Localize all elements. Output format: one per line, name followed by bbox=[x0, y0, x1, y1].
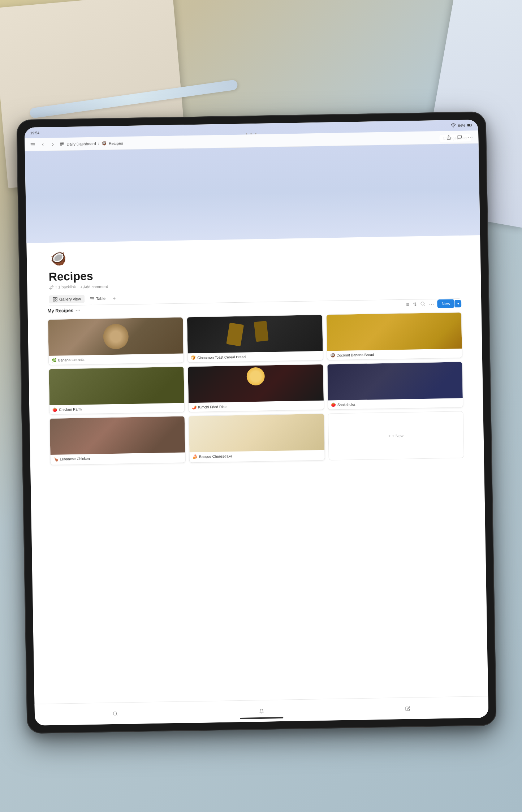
ipad-screen: • • • Change cover 19:54 64% bbox=[25, 120, 489, 726]
search-bottom-button[interactable] bbox=[109, 708, 121, 719]
recipe-label-lebanese-chicken: 🍗 Lebanese Chicken bbox=[50, 452, 185, 464]
add-view-button[interactable]: + bbox=[111, 295, 118, 302]
breadcrumb-separator: / bbox=[98, 141, 99, 146]
recipe-emoji-basque-cheesecake: 🍰 bbox=[193, 454, 198, 459]
tab-table[interactable]: Table bbox=[86, 294, 109, 303]
recipe-image-shakshuka bbox=[327, 362, 463, 401]
gallery-title-more[interactable]: ··· bbox=[76, 307, 81, 313]
recipe-card-kimchi-rice[interactable]: 🌶️ Kimchi Fried Rice bbox=[188, 364, 324, 413]
breadcrumb: Daily Dashboard / 🥥 Recipes bbox=[59, 141, 123, 147]
add-recipe-card[interactable]: + + New bbox=[328, 411, 464, 461]
tab-gallery[interactable]: Gallery view bbox=[49, 295, 85, 303]
svg-point-0 bbox=[453, 127, 454, 128]
notifications-button[interactable] bbox=[256, 705, 267, 717]
share-button[interactable] bbox=[445, 134, 452, 141]
add-recipe-icon: + bbox=[388, 434, 391, 438]
recipe-image-basque-cheesecake bbox=[189, 414, 324, 453]
breadcrumb-page-icon: 🥥 bbox=[102, 141, 107, 146]
svg-rect-10 bbox=[56, 297, 57, 299]
status-right: 64% bbox=[451, 122, 473, 128]
recipe-card-basque-cheesecake[interactable]: 🍰 Basque Cheesecake bbox=[189, 414, 325, 463]
recipe-image-banana-granola bbox=[48, 318, 184, 356]
status-left: 19:54 bbox=[30, 131, 39, 135]
recipe-emoji-lebanese-chicken: 🍗 bbox=[53, 457, 59, 462]
page-title-area: Recipes ↑ 1 backlink + Add comment bbox=[49, 263, 460, 290]
recipe-title-banana-granola: Banana Granola bbox=[58, 358, 85, 362]
recipe-title-kimchi-rice: Kimchi Fried Rice bbox=[198, 405, 227, 409]
recipe-title-shakshuka: Shakshuka bbox=[337, 402, 355, 407]
recipe-image-kimchi-rice bbox=[188, 364, 324, 403]
recipe-grid: 🌿 Banana Granola 🍞 Cinnamon Toast Cereal… bbox=[48, 312, 464, 465]
new-button-group: New ▾ bbox=[437, 299, 461, 308]
back-button[interactable] bbox=[39, 141, 46, 148]
battery-icon bbox=[467, 122, 473, 128]
backlink-button[interactable]: ↑ 1 backlink bbox=[49, 285, 76, 290]
recipe-title-lebanese-chicken: Lebanese Chicken bbox=[60, 457, 90, 461]
add-recipe-label: + New bbox=[392, 433, 404, 438]
svg-rect-2 bbox=[467, 124, 470, 126]
recipe-emoji-chicken-parm: 🍅 bbox=[52, 407, 57, 412]
recipe-image-chicken-parm bbox=[49, 367, 184, 405]
svg-rect-9 bbox=[53, 297, 55, 299]
svg-line-19 bbox=[116, 714, 117, 716]
nav-right-actions: ··· bbox=[445, 133, 474, 141]
svg-line-17 bbox=[424, 304, 425, 306]
recipe-card-cinnamon-toast[interactable]: 🍞 Cinnamon Toast Cereal Bread bbox=[187, 315, 323, 363]
notion-icon bbox=[59, 142, 64, 147]
recipe-card-lebanese-chicken[interactable]: 🍗 Lebanese Chicken bbox=[49, 416, 186, 465]
filter-icon[interactable]: ≡ bbox=[406, 302, 409, 307]
more-options-button[interactable]: ··· bbox=[467, 133, 474, 141]
ipad-device: • • • Change cover 19:54 64% bbox=[16, 112, 496, 734]
recipe-title-cinnamon-toast: Cinnamon Toast Cereal Bread bbox=[197, 355, 246, 359]
content-area: 🥥 Recipes ↑ 1 backlink + Add comment Gal… bbox=[25, 143, 488, 704]
compose-button[interactable] bbox=[402, 703, 414, 714]
gallery-more-icon[interactable]: ··· bbox=[429, 301, 435, 307]
recipe-image-lebanese-chicken bbox=[50, 416, 185, 455]
recipe-emoji-coconut-banana: 🥥 bbox=[330, 353, 335, 358]
recipe-emoji-banana-granola: 🌿 bbox=[52, 358, 57, 363]
recipe-card-chicken-parm[interactable]: 🍅 Chicken Parm bbox=[48, 366, 185, 415]
gallery-section: My Recipes ··· ≡ ⇅ ··· bbox=[47, 299, 464, 465]
recipe-title-basque-cheesecake: Basque Cheesecake bbox=[199, 454, 232, 459]
search-icon[interactable] bbox=[420, 301, 426, 307]
recipe-card-banana-granola[interactable]: 🌿 Banana Granola bbox=[48, 317, 184, 365]
recipe-image-coconut-banana bbox=[326, 312, 462, 351]
forward-button[interactable] bbox=[49, 141, 56, 148]
time-display: 19:54 bbox=[30, 131, 39, 135]
gallery-actions: ≡ ⇅ ··· New bbox=[406, 299, 461, 309]
wifi-icon bbox=[451, 123, 456, 128]
recipe-card-shakshuka[interactable]: 🍅 Shakshuka bbox=[327, 362, 463, 410]
sidebar-toggle-button[interactable] bbox=[29, 141, 36, 148]
recipe-title-coconut-banana: Coconut Banana Bread bbox=[336, 353, 374, 357]
breadcrumb-current: Recipes bbox=[109, 141, 123, 146]
recipe-image-cinnamon-toast bbox=[187, 315, 323, 354]
recipe-emoji-shakshuka: 🍅 bbox=[331, 402, 336, 407]
svg-rect-11 bbox=[53, 300, 55, 301]
svg-rect-12 bbox=[56, 300, 57, 301]
page-icon: 🥥 bbox=[48, 248, 68, 268]
filter-toolbar: ≡ ⇅ ··· bbox=[406, 301, 434, 307]
add-comment-button[interactable]: + Add comment bbox=[80, 284, 108, 289]
recipe-card-coconut-banana[interactable]: 🥥 Coconut Banana Bread bbox=[326, 312, 462, 360]
new-record-button[interactable]: New bbox=[437, 299, 454, 308]
new-record-dropdown[interactable]: ▾ bbox=[455, 300, 461, 307]
recipe-emoji-kimchi-rice: 🌶️ bbox=[191, 405, 197, 410]
recipe-label-chicken-parm: 🍅 Chicken Parm bbox=[49, 403, 185, 414]
battery-display: 64% bbox=[458, 123, 465, 127]
sort-icon[interactable]: ⇅ bbox=[413, 302, 417, 307]
recipe-emoji-cinnamon-toast: 🍞 bbox=[191, 355, 196, 360]
gallery-section-title: My Recipes ··· bbox=[47, 307, 81, 314]
recipe-title-chicken-parm: Chicken Parm bbox=[59, 407, 82, 411]
breadcrumb-parent[interactable]: Daily Dashboard bbox=[66, 141, 96, 146]
recipe-label-basque-cheesecake: 🍰 Basque Cheesecake bbox=[190, 450, 325, 462]
comments-button[interactable] bbox=[456, 133, 463, 141]
